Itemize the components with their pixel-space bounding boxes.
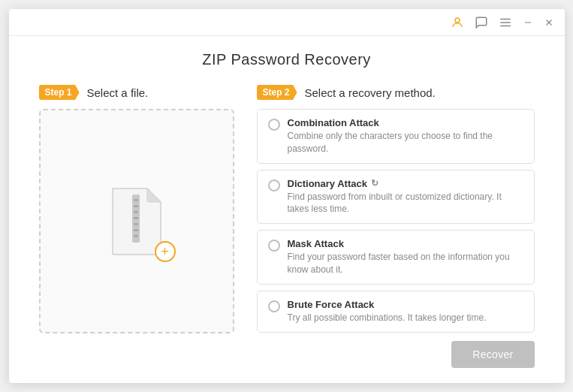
radio-dictionary[interactable]: [268, 179, 280, 191]
svg-rect-8: [134, 199, 138, 201]
radio-mask[interactable]: [268, 240, 280, 252]
recovery-options: Combination Attack Combine only the char…: [257, 109, 535, 333]
brute-force-option[interactable]: Brute Force Attack Try all possible comb…: [257, 291, 535, 333]
app-window: ZIP Password Recovery Step 1 Select a fi…: [9, 9, 565, 383]
titlebar-icons: [451, 16, 554, 29]
combination-text: Combination Attack Combine only the char…: [288, 117, 523, 155]
dictionary-text: Dictionary Attack ↻ Find password from i…: [288, 178, 523, 216]
mask-attack-option[interactable]: Mask Attack Find your password faster ba…: [257, 230, 535, 285]
main-area: Step 1 Select a file.: [39, 85, 535, 333]
file-drop-zone[interactable]: +: [39, 109, 234, 333]
mask-desc: Find your password faster based on the i…: [288, 251, 523, 276]
combination-attack-option[interactable]: Combination Attack Combine only the char…: [257, 109, 535, 164]
user-icon[interactable]: [451, 16, 464, 29]
brute-force-desc: Try all possible combinations. It takes …: [288, 312, 487, 324]
dictionary-attack-option[interactable]: Dictionary Attack ↻ Find password from i…: [257, 170, 535, 225]
minimize-icon[interactable]: [523, 17, 533, 28]
svg-rect-13: [134, 229, 138, 231]
file-icon-wrapper: +: [107, 185, 167, 258]
combination-desc: Combine only the characters you choose t…: [288, 130, 523, 155]
brute-force-text: Brute Force Attack Try all possible comb…: [288, 299, 487, 324]
mask-text: Mask Attack Find your password faster ba…: [288, 238, 523, 276]
step1-header: Step 1 Select a file.: [39, 85, 234, 100]
svg-rect-9: [134, 205, 138, 207]
add-file-button[interactable]: +: [155, 241, 176, 262]
step2-badge: Step 2: [257, 85, 297, 100]
right-panel: Step 2 Select a recovery method. Combina…: [257, 85, 535, 333]
app-title: ZIP Password Recovery: [39, 51, 535, 68]
titlebar: [9, 9, 565, 36]
brute-force-title: Brute Force Attack: [288, 299, 487, 310]
close-icon[interactable]: [544, 17, 554, 28]
step1-label: Select a file.: [87, 86, 149, 99]
radio-combination[interactable]: [268, 119, 280, 131]
menu-icon[interactable]: [499, 16, 512, 29]
step2-header: Step 2 Select a recovery method.: [257, 85, 535, 100]
comment-icon[interactable]: [475, 16, 488, 29]
radio-brute-force[interactable]: [268, 300, 280, 312]
svg-rect-12: [134, 223, 138, 225]
step1-badge: Step 1: [39, 85, 80, 100]
dictionary-title: Dictionary Attack ↻: [288, 178, 523, 189]
main-content: ZIP Password Recovery Step 1 Select a fi…: [9, 36, 565, 383]
left-panel: Step 1 Select a file.: [39, 85, 234, 333]
svg-rect-11: [134, 217, 138, 219]
dictionary-desc: Find password from inbuilt or customized…: [288, 191, 523, 216]
svg-rect-14: [134, 235, 138, 237]
bottom-bar: Recover: [39, 333, 535, 368]
svg-rect-10: [134, 211, 138, 213]
svg-point-0: [455, 18, 460, 23]
combination-title: Combination Attack: [288, 117, 523, 128]
dictionary-refresh-icon: ↻: [371, 178, 378, 188]
step2-label: Select a recovery method.: [305, 86, 436, 99]
mask-title: Mask Attack: [288, 238, 523, 249]
recover-button[interactable]: Recover: [451, 341, 534, 368]
